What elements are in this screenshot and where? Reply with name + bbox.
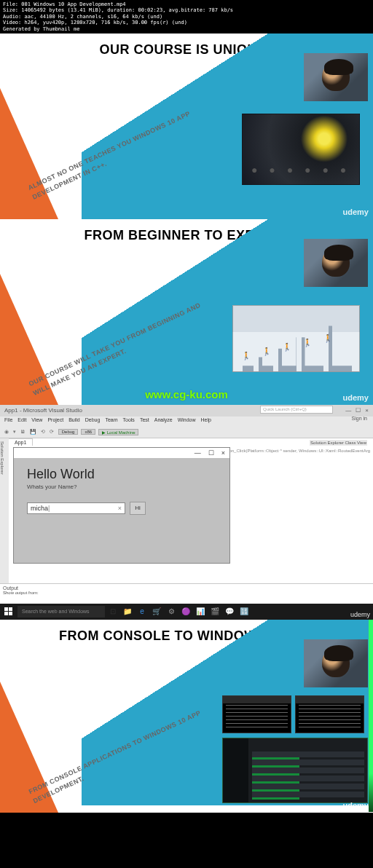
- vs-title-text: App1 - Microsoft Visual Studio: [4, 407, 82, 414]
- output-show-from: Show output from:: [3, 591, 370, 595]
- svg-rect-2: [4, 612, 8, 615]
- svg-rect-1: [9, 607, 12, 611]
- hi-button[interactable]: Hi: [130, 502, 146, 515]
- vs-menubar[interactable]: File Edit View Project Build Debug Team …: [0, 417, 373, 427]
- start-button[interactable]: [1, 605, 16, 618]
- app-minimize-icon[interactable]: —: [195, 449, 201, 457]
- watermark-url: www.cg-ku.com: [145, 388, 228, 401]
- close-icon[interactable]: ×: [365, 407, 369, 414]
- svg-rect-3: [9, 612, 12, 615]
- slide-unique: OUR COURSE IS UNIQUE ALMOST NO ONE TEACH…: [0, 33, 373, 219]
- app-body: Hello World Whats your Name? micha| × Hi: [14, 458, 229, 524]
- presenter-webcam: [303, 52, 369, 102]
- config-dropdown[interactable]: Debug: [58, 429, 79, 435]
- menu-project[interactable]: Project: [47, 417, 63, 426]
- console-window: [295, 695, 364, 733]
- vs-editor-area: App1 Solution Explorer Class View Button…: [0, 438, 373, 584]
- text-cursor-icon: |: [48, 505, 50, 512]
- store-icon[interactable]: 🛒: [150, 605, 163, 618]
- menu-view[interactable]: View: [31, 417, 42, 426]
- menu-tools[interactable]: Tools: [123, 417, 135, 426]
- maximize-icon[interactable]: ☐: [356, 407, 361, 414]
- menu-build[interactable]: Build: [68, 417, 80, 426]
- app-icon[interactable]: 💬: [223, 605, 236, 618]
- taskbar-search[interactable]: Search the web and Windows: [17, 606, 105, 618]
- udemy-logo: udemy: [350, 611, 370, 618]
- lightbulb-image: [242, 114, 360, 185]
- clear-input-icon[interactable]: ×: [118, 505, 122, 512]
- file-info-overlay: File: 001 Windows 10 App Development.mp4…: [0, 0, 373, 33]
- udemy-logo: udemy: [343, 208, 369, 216]
- presenter-webcam: [303, 238, 369, 288]
- toolbar-icons[interactable]: ◉ ▾ 🗎 💾 ⟲ ⟳: [4, 429, 55, 435]
- taskview-icon[interactable]: ⊡: [106, 605, 119, 618]
- app-icon[interactable]: 📊: [194, 605, 207, 618]
- menu-debug[interactable]: Debug: [85, 417, 101, 426]
- vs-toolbar[interactable]: ◉ ▾ 🗎 💾 ⟲ ⟳ Debug x86 ▶ Local Machine: [0, 427, 373, 438]
- presenter-webcam: [303, 639, 369, 688]
- name-input[interactable]: micha| ×: [27, 502, 125, 514]
- app-titlebar: — ☐ ×: [14, 448, 229, 458]
- app-icon[interactable]: 🎬: [208, 605, 221, 618]
- editor-tab[interactable]: App1: [9, 438, 33, 446]
- vs-titlebar: App1 - Microsoft Visual Studio Quick Lau…: [0, 405, 373, 417]
- side-panel-tabs[interactable]: Solution Explorer Class View: [310, 440, 367, 446]
- app-maximize-icon[interactable]: ☐: [208, 449, 214, 457]
- file-line: Generated by Thumbnail me: [3, 26, 370, 32]
- app-sublabel: Whats your Name?: [27, 484, 216, 490]
- svg-rect-0: [4, 607, 8, 611]
- menu-team[interactable]: Team: [105, 417, 117, 426]
- windows-app-preview: [222, 738, 368, 803]
- code-line: Button_Click(Platform::Object ^ sender, …: [221, 449, 370, 453]
- menu-window[interactable]: Window: [178, 417, 196, 426]
- udemy-logo: udemy: [343, 801, 369, 810]
- edge-icon[interactable]: e: [136, 605, 149, 618]
- sign-in-link[interactable]: Sign in: [352, 416, 367, 421]
- menu-test[interactable]: Test: [140, 417, 149, 426]
- running-app-window: — ☐ × Hello World Whats your Name? micha…: [13, 447, 230, 564]
- visual-studio-screenshot: App1 - Microsoft Visual Studio Quick Lau…: [0, 405, 373, 620]
- menu-file[interactable]: File: [4, 417, 12, 426]
- file-line: Audio: aac, 44100 Hz, 2 channels, s16, 6…: [3, 14, 370, 20]
- explorer-icon[interactable]: 📁: [121, 605, 134, 618]
- quick-launch-input[interactable]: Quick Launch (Ctrl+Q): [260, 406, 333, 414]
- windows-logo-icon: [4, 607, 13, 616]
- output-label: Output: [3, 585, 370, 591]
- growth-steps-image: [232, 305, 360, 372]
- file-line: Video: h264, yuv420p, 1280x720, 716 kb/s…: [3, 20, 370, 25]
- settings-icon[interactable]: ⚙: [165, 605, 178, 618]
- slide-console-windows: FROM CONSOLE TO WINDOWS APPS FROM CONSOL…: [0, 620, 373, 813]
- app-close-icon[interactable]: ×: [221, 449, 225, 457]
- green-progress-bar: [369, 620, 373, 812]
- minimize-icon[interactable]: —: [345, 407, 351, 414]
- menu-edit[interactable]: Edit: [17, 417, 26, 426]
- run-button[interactable]: ▶ Local Machine: [98, 429, 138, 435]
- slide-beginner-expert: FROM BEGINNER TO EXPERT OUR COURSE WILL …: [0, 219, 373, 405]
- bg-triangle-orange: [0, 88, 58, 219]
- console-windows-preview: [222, 695, 372, 803]
- menu-analyze[interactable]: Analyze: [154, 417, 173, 426]
- console-window: [222, 695, 291, 733]
- left-gutter[interactable]: Solution Explorer: [0, 438, 9, 584]
- vs-icon[interactable]: 🟣: [179, 605, 192, 618]
- app-icon[interactable]: 🔢: [237, 605, 251, 618]
- udemy-logo: udemy: [343, 393, 369, 402]
- windows-taskbar[interactable]: Search the web and Windows ⊡ 📁 e 🛒 ⚙ 🟣 📊…: [0, 604, 373, 620]
- file-line: Size: 14065492 bytes (13.41 MiB), durati…: [3, 7, 370, 13]
- file-line: File: 001 Windows 10 App Development.mp4: [3, 1, 370, 7]
- platform-dropdown[interactable]: x86: [81, 429, 95, 435]
- menu-help[interactable]: Help: [201, 417, 211, 426]
- app-heading: Hello World: [27, 467, 216, 482]
